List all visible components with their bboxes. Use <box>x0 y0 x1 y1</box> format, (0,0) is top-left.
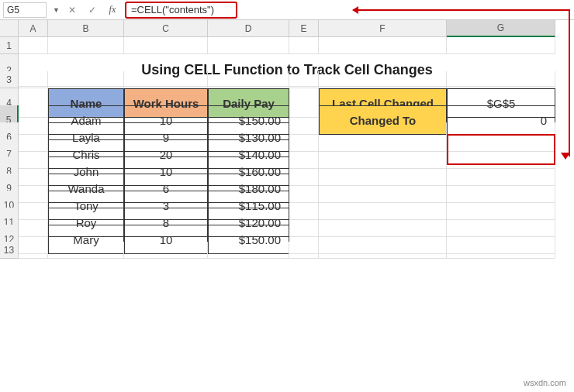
cell[interactable] <box>319 242 447 259</box>
cell[interactable] <box>124 242 208 259</box>
fx-icon[interactable]: fx <box>105 3 120 17</box>
cancel-icon: ✕ <box>64 3 80 17</box>
cell[interactable] <box>208 242 289 259</box>
cell[interactable] <box>48 37 124 54</box>
name-box-value: G5 <box>7 5 19 15</box>
cell[interactable] <box>48 71 124 88</box>
cell[interactable] <box>319 71 447 88</box>
name-box[interactable]: G5 <box>3 2 47 18</box>
formula-text: =CELL("contents") <box>131 4 214 15</box>
row-header-13[interactable]: 13 <box>0 242 19 259</box>
cell[interactable] <box>19 242 48 259</box>
cell[interactable] <box>19 37 48 54</box>
check-icon: ✓ <box>85 3 100 17</box>
cell[interactable] <box>124 37 208 54</box>
col-header-e[interactable]: E <box>289 20 319 37</box>
col-header-d[interactable]: D <box>208 20 289 37</box>
cell[interactable] <box>289 71 319 88</box>
cell[interactable] <box>447 242 555 259</box>
cell[interactable] <box>319 37 447 54</box>
cell[interactable] <box>48 242 124 259</box>
cell[interactable] <box>289 242 319 259</box>
chevron-down-icon[interactable]: ▼ <box>51 6 60 14</box>
cell[interactable] <box>447 71 555 88</box>
row-header-1[interactable]: 1 <box>0 37 19 54</box>
cell[interactable] <box>447 37 555 54</box>
cell[interactable] <box>124 71 208 88</box>
row-header-3[interactable]: 3 <box>0 71 19 88</box>
col-header-g[interactable]: G <box>447 20 555 37</box>
callout-arrow <box>353 9 570 11</box>
col-header-c[interactable]: C <box>124 20 208 37</box>
spreadsheet-grid[interactable]: A B C D E F G 1 2 Using CELL Function to… <box>0 20 574 259</box>
col-header-a[interactable]: A <box>19 20 48 37</box>
formula-input[interactable]: =CELL("contents") <box>125 2 237 19</box>
select-all-corner[interactable] <box>0 20 19 37</box>
watermark: wsxdn.com <box>524 378 566 387</box>
col-header-f[interactable]: F <box>319 20 447 37</box>
cell[interactable] <box>289 37 319 54</box>
cell[interactable] <box>208 37 289 54</box>
col-header-b[interactable]: B <box>48 20 124 37</box>
cell[interactable] <box>19 71 48 88</box>
cell[interactable] <box>208 71 289 88</box>
